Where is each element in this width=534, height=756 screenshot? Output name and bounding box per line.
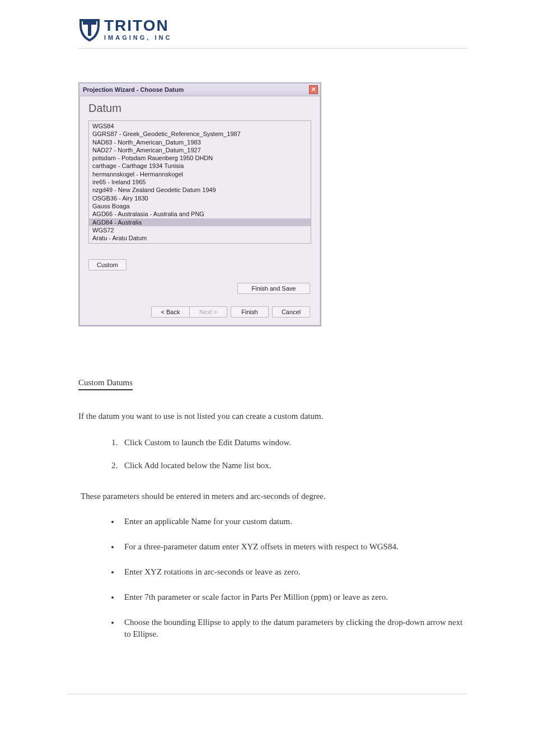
section-heading: Custom Datums [78,377,133,390]
list-item[interactable]: potsdam - Potsdam Rauenberg 1950 DHDN [89,154,311,162]
list-item[interactable]: NAD83 - North_American_Datum_1983 [89,138,311,146]
finish-and-save-button[interactable]: Finish and Save [237,283,310,294]
back-button[interactable]: < Back [151,306,189,318]
list-item[interactable]: NAD27 - North_American_Datum_1927 [89,146,311,154]
list-item: Click Add located below the Name list bo… [120,460,467,472]
list-item[interactable]: hermannskogel - Hermannskogel [89,170,311,178]
next-button: Next > [189,306,227,318]
list-item[interactable]: AGD66 - Australasia - Australia and PNG [89,210,311,218]
list-item: Click Custom to launch the Edit Datums w… [120,437,467,449]
list-item[interactable]: WGS72 [89,226,311,234]
params-list: Enter an applicable Name for your custom… [120,516,467,640]
list-item[interactable]: carthage - Carthage 1934 Tunisia [89,162,311,170]
custom-button[interactable]: Custom [88,259,127,270]
list-item[interactable]: ire65 - Ireland 1965 [89,178,311,186]
doc-section: Custom Datums If the datum you want to u… [78,377,467,640]
brand-logo: TRITON IMAGING, INC [78,17,172,41]
dialog-title-text: Projection Wizard - Choose Datum [83,86,184,93]
svg-rect-1 [88,21,91,36]
list-item: Choose the bounding Ellipse to apply to … [120,617,467,640]
list-item: Enter XYZ rotations in arc-seconds or le… [120,566,467,578]
brand-name: TRITON [104,18,172,34]
footer-divider [67,694,467,694]
params-intro: These parameters should be entered in me… [81,491,467,502]
datum-listbox[interactable]: WGS84 GGRS87 - Greek_Geodetic_Reference_… [88,120,311,244]
list-item[interactable]: OSGB36 - Airy 1830 [89,194,311,202]
triton-shield-icon [78,17,101,41]
list-item[interactable]: Aratu - Aratu Datum [89,234,311,242]
list-item[interactable]: AGD84 - Australia [89,218,311,226]
dialog-titlebar[interactable]: Projection Wizard - Choose Datum ✕ [79,83,320,96]
list-item[interactable]: nzgd49 - New Zealand Geodetic Datum 1949 [89,186,311,194]
list-item: Enter 7th parameter or scale factor in P… [120,591,467,603]
list-item[interactable]: GGRS87 - Greek_Geodetic_Reference_System… [89,130,311,138]
finish-button[interactable]: Finish [231,306,269,318]
cancel-button[interactable]: Cancel [272,306,310,318]
close-icon[interactable]: ✕ [309,85,318,94]
list-item: Enter an applicable Name for your custom… [120,516,467,528]
list-item: For a three-parameter datum enter XYZ of… [120,541,467,553]
list-item[interactable]: WGS84 [89,122,311,130]
back-next-group: < Back Next > [151,306,227,318]
steps-list: Click Custom to launch the Edit Datums w… [120,437,467,472]
projection-wizard-dialog: Projection Wizard - Choose Datum ✕ Datum… [78,82,321,326]
brand-sub: IMAGING, INC [104,35,172,41]
list-item[interactable]: Gauss Boaga [89,202,311,210]
dialog-section-label: Datum [88,102,311,115]
intro-text: If the datum you want to use is not list… [78,410,467,422]
page-header: TRITON IMAGING, INC [78,17,467,49]
